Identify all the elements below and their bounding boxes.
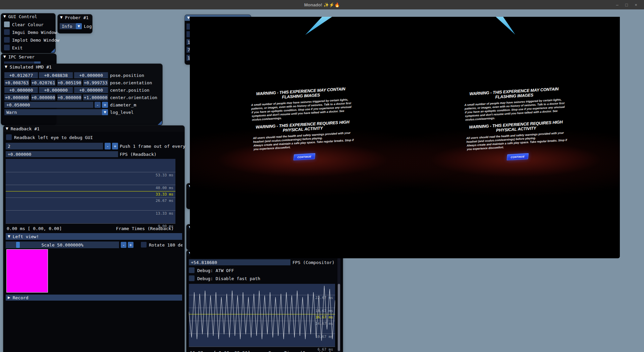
- center-orientation-label: center.orientation: [110, 94, 157, 100]
- rotate-180-label: Rotate 180 de: [149, 242, 182, 248]
- pose-position-x[interactable]: +0.012677: [4, 72, 38, 78]
- imgui-demo-checkbox[interactable]: [4, 29, 10, 35]
- pose-orientation-x[interactable]: +0.008763: [4, 80, 29, 86]
- scale-slider[interactable]: Scale 50.000000%: [6, 241, 119, 248]
- readback-left-eye-checkbox[interactable]: [6, 134, 12, 140]
- pose-position-y[interactable]: +0.048838: [39, 72, 73, 78]
- ipc-server-titlebar[interactable]: ▼ IPC Server: [1, 54, 56, 60]
- left-eye-preview-image: [6, 249, 48, 293]
- log-level-combo[interactable]: Warn: [4, 109, 108, 115]
- simulated-hmd-titlebar[interactable]: ▼ Simulated HMD #1: [2, 64, 162, 70]
- minimize-icon[interactable]: –: [612, 0, 622, 9]
- pose-position-z[interactable]: +0.000000: [74, 72, 108, 78]
- pose-orientation-z[interactable]: +0.005190: [57, 80, 82, 86]
- close-icon[interactable]: ×: [631, 0, 641, 9]
- pose-position-label: pose.position: [110, 72, 144, 78]
- push-frames-plus-button[interactable]: +: [112, 143, 118, 149]
- readback-title: Readback #1: [11, 126, 40, 131]
- gui-control-titlebar[interactable]: ▼ GUI Control: [1, 13, 55, 19]
- prober-log-level-combo[interactable]: Info: [60, 23, 76, 29]
- left-view-header[interactable]: ▼ Left view!: [6, 233, 182, 240]
- center-orientation-w[interactable]: +1.000000: [83, 94, 108, 100]
- scrollbar[interactable]: [337, 258, 340, 352]
- center-orientation-x[interactable]: +0.000000: [4, 94, 29, 100]
- fps-readback-label: FPS (Readback): [120, 151, 157, 157]
- readback-plot-status: 0.00 ms [ 0.00, 0.00]: [7, 225, 62, 231]
- readback-frame-times-plot[interactable]: 53.33 ms40.00 ms33.33 ms26.67 ms13.33 ms…: [6, 159, 175, 223]
- scale-minus-button[interactable]: -: [121, 242, 126, 248]
- prober-titlebar[interactable]: ▼ Prober #1: [58, 14, 92, 20]
- collapse-icon[interactable]: ▼: [6, 127, 8, 130]
- collapse-icon: ▼: [8, 235, 10, 238]
- push-frames-label: Push 1 frame out of every: [120, 143, 185, 149]
- exit-checkbox[interactable]: [4, 45, 10, 50]
- debug-atw-checkbox[interactable]: [189, 267, 195, 273]
- record-header[interactable]: ▶ Record: [6, 295, 182, 301]
- window-title: Monado! ✨⚡🔥: [304, 2, 340, 7]
- center-position-label: center.position: [110, 87, 149, 93]
- pose-orientation-label: pose.orientation: [110, 80, 152, 86]
- push-frames-field[interactable]: 2: [6, 143, 103, 149]
- chevron-down-icon: ▼: [78, 25, 80, 28]
- resize-grip[interactable]: [158, 121, 162, 125]
- collapse-icon[interactable]: ▼: [187, 16, 190, 19]
- continue-button: CONTINUE: [507, 153, 529, 161]
- continue-button: CONTINUE: [293, 153, 316, 161]
- scrollbar-thumb[interactable]: [338, 284, 340, 351]
- center-orientation-z[interactable]: +0.000000: [57, 94, 82, 100]
- compositor-window: ▼ +54.818680 FPS (Compositor) Debug: ATW…: [186, 250, 343, 352]
- log-button[interactable]: Log: [84, 23, 92, 29]
- debug-atw-label: Debug: ATW OFF: [197, 267, 234, 273]
- maximize-icon[interactable]: □: [622, 0, 631, 9]
- readback-plot-label: Frame Times (Readback): [116, 225, 174, 231]
- center-position-z[interactable]: +0.000000: [74, 87, 108, 93]
- push-frames-minus-button[interactable]: -: [105, 143, 111, 149]
- log-level-label: log_level: [110, 109, 133, 115]
- gui-control-title: GUI Control: [8, 14, 37, 19]
- collapse-icon[interactable]: ▼: [60, 16, 63, 19]
- prober-window: ▼ Prober #1 Info ▼ Log: [58, 14, 92, 33]
- diameter-minus-button[interactable]: -: [95, 102, 101, 108]
- pose-orientation-y[interactable]: +0.020761: [31, 80, 55, 86]
- streak-right-eye: [496, 17, 515, 35]
- compositor-plot-status: 16.67 ms [ 9.00, 25.50]: [190, 350, 250, 352]
- chevron-down-icon: ▼: [104, 111, 106, 114]
- diameter-field[interactable]: +0.050000: [4, 102, 93, 108]
- ipc-server-title: IPC Server: [8, 54, 35, 59]
- combo-arrow-button[interactable]: ▼: [76, 23, 82, 29]
- combo-arrow-button[interactable]: ▼: [102, 109, 108, 115]
- prober-title: Prober #1: [65, 15, 89, 20]
- fps-readback-field[interactable]: +0.000000: [6, 151, 118, 157]
- center-position-x[interactable]: +0.000000: [4, 87, 38, 93]
- diameter-plus-button[interactable]: +: [102, 102, 108, 108]
- compositor-frame-times-plot[interactable]: 22.67 ms18.67 ms16.67 ms14.67 ms10.67 ms…: [189, 284, 335, 347]
- right-eye-warning: WARNING - THIS EXPERIENCE MAY CONTAIN FL…: [464, 86, 568, 163]
- collapse-icon: ▶: [8, 296, 10, 299]
- collapse-icon[interactable]: ▼: [3, 15, 6, 18]
- simulated-hmd-title: Simulated HMD #1: [10, 64, 52, 70]
- diameter-label: diameter_m: [110, 102, 136, 108]
- rotate-180-checkbox[interactable]: [141, 242, 147, 248]
- os-titlebar[interactable]: Monado! ✨⚡🔥 – □ ×: [0, 0, 644, 9]
- slider-grab[interactable]: [16, 242, 20, 248]
- debug-fast-path-label: Debug: Disable fast path: [197, 275, 260, 281]
- center-position-y[interactable]: +0.000000: [39, 87, 73, 93]
- collapse-icon[interactable]: ▼: [5, 65, 7, 69]
- clear-colour-label: Clear Colour: [12, 21, 44, 28]
- simulated-hmd-window: ▼ Simulated HMD #1 +0.012677 +0.048838 +…: [2, 64, 162, 125]
- pose-orientation-w[interactable]: +0.999733: [83, 80, 108, 86]
- implot-demo-checkbox[interactable]: [4, 37, 10, 43]
- debug-fast-path-checkbox[interactable]: [189, 275, 195, 281]
- resize-grip[interactable]: [51, 48, 55, 53]
- center-orientation-y[interactable]: +0.000000: [31, 94, 55, 100]
- clear-colour-swatch[interactable]: [4, 21, 10, 27]
- fps-compositor-label: FPS (Compositor): [292, 259, 334, 265]
- readback-titlebar[interactable]: ▼ Readback #1: [3, 126, 184, 132]
- warning-para-1: A small number of people may have seizur…: [251, 98, 353, 122]
- fps-compositor-field[interactable]: +54.818680: [189, 259, 290, 265]
- imgui-demo-label: Imgui Demo Window: [12, 29, 57, 35]
- exit-label: Exit: [12, 45, 22, 51]
- left-eye-warning: WARNING - THIS EXPERIENCE MAY CONTAIN FL…: [250, 86, 355, 163]
- scale-plus-button[interactable]: +: [128, 242, 133, 248]
- collapse-icon[interactable]: ▼: [3, 55, 6, 58]
